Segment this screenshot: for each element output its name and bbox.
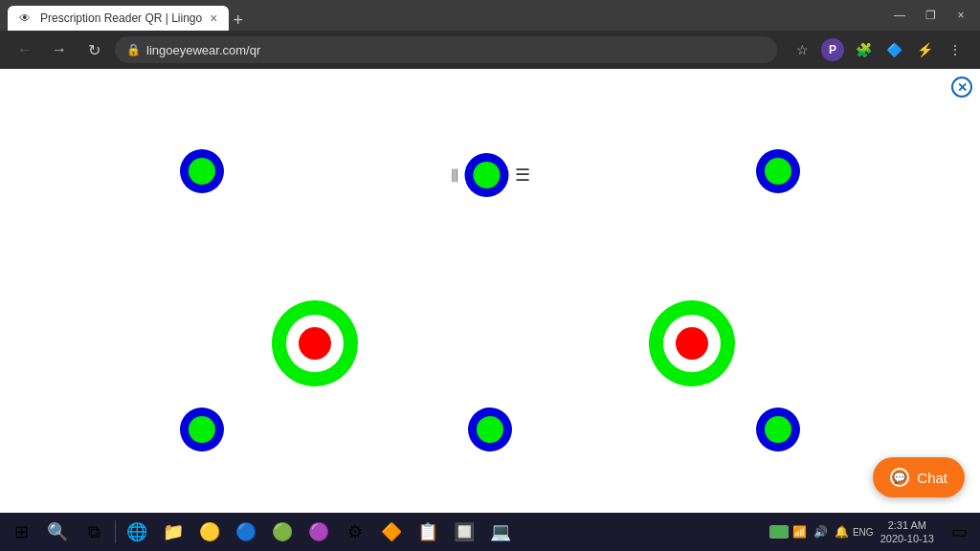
system-tray: 📶 🔊 🔔 ENG bbox=[769, 522, 873, 541]
extension2-button[interactable]: 🔷 bbox=[880, 36, 907, 63]
account-button[interactable]: P bbox=[819, 36, 846, 63]
new-tab-button[interactable]: + bbox=[233, 11, 243, 31]
taskbar-icon-9[interactable]: 💻 bbox=[483, 515, 518, 549]
green-center bbox=[765, 416, 791, 443]
green-center bbox=[189, 158, 215, 185]
small-circle-top-right[interactable] bbox=[756, 149, 800, 193]
extension1-button[interactable]: 🧩 bbox=[850, 36, 877, 63]
small-circle-top-left[interactable] bbox=[180, 149, 224, 193]
minimize-button[interactable]: — bbox=[888, 4, 911, 27]
taskbar: ⊞ 🔍 ⧉ 🌐 📁 🟡 🔵 🟢 🟣 ⚙ 🔶 📋 🔲 💻 📶 🔊 🔔 bbox=[0, 513, 980, 551]
tab-title: Prescription Reader QR | Liingo bbox=[40, 11, 202, 25]
toolbar-icons: ☆ P 🧩 🔷 ⚡ ⋮ bbox=[789, 36, 969, 63]
taskbar-separator bbox=[115, 520, 116, 543]
url-text: lingoeyewear.com/qr bbox=[146, 43, 260, 57]
address-bar: ← → ↻ 🔒 lingoeyewear.com/qr ☆ P 🧩 🔷 ⚡ ⋮ bbox=[0, 31, 980, 69]
big-target-left[interactable] bbox=[272, 300, 358, 386]
menu-lines-icon: ☰ bbox=[515, 165, 530, 186]
restore-button[interactable]: ❐ bbox=[919, 4, 942, 27]
tab-close-btn[interactable]: × bbox=[210, 11, 217, 25]
close-window-button[interactable]: × bbox=[949, 4, 972, 27]
time-display: 2:31 AM bbox=[888, 518, 926, 532]
battery-level bbox=[770, 526, 783, 538]
taskbar-file-explorer[interactable]: 📁 bbox=[156, 515, 190, 549]
battery-bar bbox=[769, 525, 789, 539]
small-circle-bottom-right[interactable] bbox=[756, 408, 800, 452]
window-controls: — ❐ × bbox=[888, 4, 972, 27]
search-taskbar[interactable]: 🔍 bbox=[40, 515, 75, 549]
taskbar-icon-3[interactable]: 🟢 bbox=[265, 515, 300, 549]
extensions-button[interactable]: ⚡ bbox=[911, 36, 938, 63]
big-target-right[interactable] bbox=[649, 300, 735, 386]
taskbar-icon-8[interactable]: 🔲 bbox=[447, 515, 481, 549]
task-view[interactable]: ⧉ bbox=[77, 515, 111, 549]
red-center-right bbox=[676, 327, 708, 360]
clock[interactable]: 2:31 AM 2020-10-13 bbox=[877, 518, 938, 546]
red-center-left bbox=[299, 327, 331, 360]
bars-icon: ⦀ bbox=[451, 165, 459, 187]
sound-icon[interactable]: 🔊 bbox=[812, 522, 831, 541]
green-center bbox=[189, 416, 215, 443]
menu-button[interactable]: ⋮ bbox=[942, 36, 969, 63]
taskbar-icon-6[interactable]: 🔶 bbox=[374, 515, 409, 549]
small-circle-bottom-center[interactable] bbox=[468, 408, 512, 452]
active-tab[interactable]: 👁 Prescription Reader QR | Liingo × bbox=[8, 6, 229, 31]
date-display: 2020-10-13 bbox=[880, 532, 934, 545]
forward-button[interactable]: → bbox=[46, 36, 73, 63]
reload-button[interactable]: ↻ bbox=[80, 36, 107, 63]
white-ring-left bbox=[286, 315, 344, 372]
start-button[interactable]: ⊞ bbox=[4, 515, 38, 549]
taskbar-icon-2[interactable]: 🔵 bbox=[229, 515, 263, 549]
bookmark-button[interactable]: ☆ bbox=[789, 36, 815, 63]
profile-avatar: P bbox=[821, 38, 844, 61]
notification-icon[interactable]: 🔔 bbox=[833, 522, 852, 541]
taskbar-edge[interactable]: 🌐 bbox=[120, 515, 154, 549]
taskbar-icon-1[interactable]: 🟡 bbox=[192, 515, 227, 549]
green-center bbox=[474, 162, 501, 188]
small-circle-top-center[interactable] bbox=[465, 153, 509, 197]
tab-area: 👁 Prescription Reader QR | Liingo × + bbox=[8, 0, 884, 31]
taskbar-icon-4[interactable]: 🟣 bbox=[301, 515, 336, 549]
battery-icon[interactable] bbox=[769, 522, 789, 541]
secure-icon: 🔒 bbox=[126, 43, 141, 56]
back-button[interactable]: ← bbox=[11, 36, 38, 63]
network-icon[interactable]: 📶 bbox=[791, 522, 810, 541]
tab-favicon: 👁 bbox=[19, 11, 33, 25]
chrome-window: 👁 Prescription Reader QR | Liingo × + — … bbox=[0, 0, 980, 551]
small-circle-bottom-left[interactable] bbox=[180, 408, 224, 452]
main-content: ✕ ⦀ ☰ bbox=[0, 69, 980, 513]
close-overlay-button[interactable]: ✕ bbox=[951, 77, 972, 98]
chat-icon: 💬 bbox=[890, 468, 909, 487]
show-desktop[interactable]: ▭ bbox=[942, 515, 976, 549]
center-icons: ⦀ ☰ bbox=[451, 153, 530, 197]
chat-button[interactable]: 💬 Chat bbox=[873, 457, 965, 497]
green-center bbox=[765, 158, 791, 185]
white-ring-right bbox=[663, 315, 721, 372]
taskbar-right: 📶 🔊 🔔 ENG 2:31 AM 2020-10-13 ▭ bbox=[769, 515, 976, 549]
chat-label: Chat bbox=[917, 470, 947, 486]
green-center bbox=[477, 416, 503, 443]
taskbar-icon-7[interactable]: 📋 bbox=[411, 515, 445, 549]
taskbar-icon-5[interactable]: ⚙ bbox=[338, 515, 372, 549]
title-bar: 👁 Prescription Reader QR | Liingo × + — … bbox=[0, 0, 980, 31]
language-indicator: ENG bbox=[854, 522, 873, 541]
url-box[interactable]: 🔒 lingoeyewear.com/qr bbox=[115, 36, 777, 63]
